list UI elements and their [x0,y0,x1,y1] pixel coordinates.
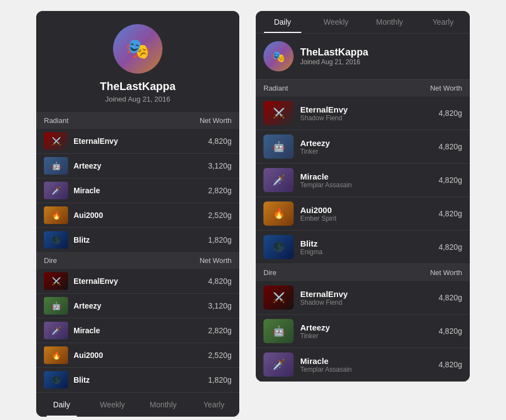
radiant-networth-label: Net Worth [200,116,232,125]
right-tab-monthly[interactable]: Monthly [363,11,417,33]
net-worth: 4,820g [208,277,232,285]
right-dire-label: Dire [263,268,277,277]
net-worth: 3,120g [208,301,232,310]
table-row: 🌑 Blitz 1,820g [36,228,239,252]
avatar: 🎭 [113,24,162,74]
right-panel: Daily Weekly Monthly Yearly 🎭 TheLastKap… [256,11,470,382]
player-name: Arteezy [74,301,208,310]
hero-thumb: ⚔️ [263,285,294,310]
table-row: ⚔️ EternalEnvy Shadow Fiend 4,820g [256,281,470,315]
player-name: EternalEnvy [74,277,208,285]
tab-daily[interactable]: Daily [36,393,87,417]
tab-weekly[interactable]: Weekly [87,393,138,417]
net-worth: 4,820g [438,209,462,218]
tab-monthly[interactable]: Monthly [138,393,189,417]
net-worth: 3,120g [208,161,232,170]
hero-thumb: 🔥 [263,201,294,226]
net-worth: 1,820g [208,236,232,244]
net-worth: 4,820g [438,176,462,184]
player-info: Miracle Templar Assasain [300,172,438,189]
page-wrapper: 🎭 TheLastKappa Joined Aug 21, 2016 Radia… [0,0,506,420]
player-subtitle: Shadow Fiend [300,114,438,122]
player-name: Miracle [74,186,208,195]
table-row: 🤖 Arteezy Tinker 4,820g [256,130,470,164]
hero-thumb: 🌑 [44,371,68,389]
hero-thumb: 🗡️ [44,322,68,339]
net-worth: 1,820g [208,376,232,384]
net-worth: 4,820g [438,142,462,151]
player-subtitle: Shadow Fiend [300,299,438,306]
right-radiant-label: Radiant [263,84,288,92]
table-row: 🔥 Aui2000 2,520g [36,343,239,368]
panels-row: 🎭 TheLastKappa Joined Aug 21, 2016 Radia… [36,11,470,417]
hero-thumb: 🗡️ [263,168,294,192]
player-name: EternalEnvy [300,105,438,114]
right-radiant-networth-label: Net Worth [430,84,462,92]
right-tab-daily[interactable]: Daily [256,11,310,33]
net-worth: 4,820g [438,327,462,335]
right-radiant-players: ⚔️ EternalEnvy Shadow Fiend 4,820g 🤖 Art… [256,97,470,264]
player-subtitle: Tinker [300,148,438,155]
player-info: EternalEnvy Shadow Fiend [300,289,438,306]
radiant-header: Radiant Net Worth [36,112,239,129]
player-name: Arteezy [300,138,438,148]
player-name: Miracle [300,356,438,366]
hero-thumb: 🤖 [263,319,294,343]
hero-thumb: ⚔️ [44,132,68,150]
table-row: 🤖 Arteezy 3,120g [36,154,239,178]
left-tab-bar: Daily Weekly Monthly Yearly [36,392,239,417]
table-row: 🗡️ Miracle Templar Assasain 4,820g [256,348,470,382]
right-tab-bar: Daily Weekly Monthly Yearly [256,11,470,33]
profile-joined: Joined Aug 21, 2016 [105,95,171,103]
player-name: Aui2000 [74,351,208,360]
left-profile-section: 🎭 TheLastKappa Joined Aug 21, 2016 [36,11,239,112]
player-name: EternalEnvy [74,137,208,145]
player-info: Miracle Templar Assasain [300,356,438,373]
net-worth: 2,820g [208,186,232,195]
dire-networth-label: Net Worth [200,256,232,265]
table-row: 🌑 Blitz Enigma 4,820g [256,231,470,264]
player-name: Miracle [74,326,208,335]
table-row: 🌑 Blitz 1,820g [36,368,239,392]
net-worth: 2,520g [208,351,232,360]
player-subtitle: Enigma [300,248,438,256]
player-name: EternalEnvy [300,289,438,299]
table-row: 🗡️ Miracle 2,820g [36,178,239,203]
right-tab-weekly[interactable]: Weekly [310,11,363,33]
right-radiant-header: Radiant Net Worth [256,80,470,97]
player-name: Aui2000 [74,211,208,220]
hero-thumb: 🔥 [44,346,68,364]
radiant-label: Radiant [44,116,69,125]
net-worth: 2,520g [208,211,232,220]
left-radiant-players: ⚔️ EternalEnvy 4,820g 🤖 Arteezy 3,120g 🗡… [36,129,239,252]
hero-thumb: 🤖 [44,297,68,315]
tab-yearly[interactable]: Yearly [189,393,240,417]
player-name: Blitz [300,239,438,248]
hero-thumb: 🔥 [44,206,68,224]
right-profile-joined: Joined Aug 21, 2016 [300,58,368,66]
player-name: Miracle [300,172,438,181]
right-dire-networth-label: Net Worth [430,268,462,277]
player-name: Arteezy [74,161,208,170]
table-row: 🤖 Arteezy 3,120g [36,294,239,318]
table-row: ⚔️ EternalEnvy 4,820g [36,129,239,154]
net-worth: 2,820g [208,326,232,335]
player-subtitle: Ember Spirit [300,215,438,222]
dire-header: Dire Net Worth [36,252,239,269]
right-tab-yearly[interactable]: Yearly [417,11,470,33]
player-subtitle: Tinker [300,332,438,340]
right-profile-info: TheLastKappa Joined Aug 21, 2016 [300,47,368,66]
dire-label: Dire [44,256,57,265]
player-info: Aui2000 Ember Spirit [300,205,438,222]
table-row: 🔥 Aui2000 Ember Spirit 4,820g [256,197,470,231]
table-row: 🤖 Arteezy Tinker 4,820g [256,315,470,348]
right-profile-name: TheLastKappa [300,47,368,58]
table-row: ⚔️ EternalEnvy Shadow Fiend 4,820g [256,97,470,130]
net-worth: 4,820g [438,109,462,117]
net-worth: 4,820g [438,293,462,302]
right-dire-players: ⚔️ EternalEnvy Shadow Fiend 4,820g 🤖 Art… [256,281,470,382]
right-avatar: 🎭 [263,41,294,71]
player-subtitle: Templar Assasain [300,181,438,189]
hero-thumb: ⚔️ [263,101,294,125]
hero-thumb: 🗡️ [263,352,294,377]
